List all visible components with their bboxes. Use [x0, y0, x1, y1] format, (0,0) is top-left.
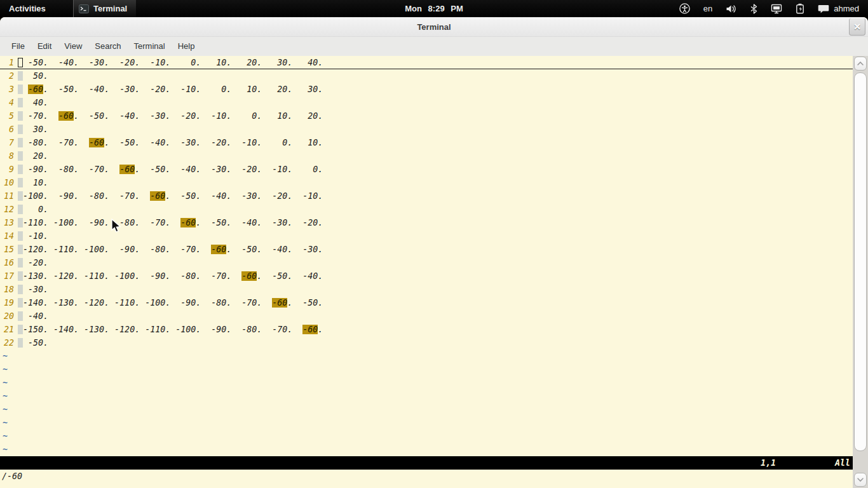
buffer-lines: 1 -50. -40. -30. -20. -10. 0. 10. 20. 30…	[1, 56, 853, 456]
search-match: -60	[272, 298, 287, 308]
buffer-line: 6 30.	[1, 123, 853, 136]
search-match: -60	[150, 191, 165, 201]
cursor-column-cell	[18, 138, 23, 147]
battery-icon[interactable]	[796, 3, 804, 14]
scroll-down-button[interactable]	[854, 473, 867, 487]
buffer-line: 4 40.	[1, 96, 853, 109]
cursor-column-cell	[18, 191, 23, 201]
buffer-line: 19 -140. -130. -120. -110. -100. -90. -8…	[1, 296, 853, 309]
user-menu[interactable]: ahmed	[834, 4, 859, 13]
cursor-column-cell	[18, 165, 23, 174]
search-match: -60	[58, 111, 74, 121]
buffer-line: 11 -100. -90. -80. -70. -60. -50. -40. -…	[1, 189, 853, 203]
statusline-scroll-position: All	[835, 456, 850, 470]
cursor-column-cell	[18, 338, 23, 348]
buffer-line: 9 -90. -80. -70. -60. -50. -40. -30. -20…	[1, 163, 853, 176]
cursor-column-cell	[18, 98, 23, 107]
buffer-line: 21 -150. -140. -130. -120. -110. -100. -…	[1, 323, 853, 336]
buffer-line: 5 -70. -60. -50. -40. -30. -20. -10. 0. …	[1, 109, 853, 123]
cursor-column-cell	[18, 218, 23, 227]
empty-line: ~	[1, 416, 853, 430]
cursor-column-cell	[18, 245, 23, 254]
menu-edit[interactable]: Edit	[31, 37, 58, 56]
search-match: -60	[89, 138, 104, 147]
search-match: -60	[28, 85, 43, 94]
cursor-column-cell	[18, 298, 23, 308]
terminal-viewport[interactable]: 1 -50. -40. -30. -20. -10. 0. 10. 20. 30…	[0, 56, 853, 488]
cursor-column-cell	[18, 285, 23, 294]
search-match: -60	[241, 271, 257, 281]
volume-icon[interactable]	[726, 4, 737, 14]
chat-icon[interactable]	[818, 4, 829, 14]
cursor-column-cell	[18, 271, 23, 281]
menu-search[interactable]: Search	[88, 37, 127, 56]
buffer-line: 14 -10.	[1, 229, 853, 243]
cursor-column-cell	[18, 125, 23, 134]
cursor-column-cell	[18, 111, 23, 121]
buffer-line: 18 -30.	[1, 283, 853, 296]
cursor-column-cell	[18, 178, 23, 187]
search-match: -60	[302, 325, 318, 334]
cursor-column-cell	[18, 71, 23, 81]
cursor-column-cell	[18, 311, 23, 321]
vim-command-line: /-60	[0, 470, 853, 483]
cursor-column-cell	[18, 231, 23, 241]
cursor-column-cell	[18, 151, 23, 161]
buffer-line: 7 -80. -70. -60. -50. -40. -30. -20. -10…	[1, 136, 853, 149]
cursor-column-cell	[18, 205, 23, 214]
keyboard-layout-indicator[interactable]: en	[703, 4, 712, 13]
scroll-up-button[interactable]	[854, 57, 867, 71]
system-tray: en ahmed	[679, 0, 868, 17]
display-icon[interactable]	[771, 4, 782, 14]
vim-cursor	[18, 58, 23, 67]
empty-line: ~	[1, 403, 853, 416]
cursor-column-cell	[18, 85, 23, 94]
buffer-line: 20 -40.	[1, 309, 853, 323]
cursor-column-cell	[18, 258, 23, 268]
close-button[interactable]: ✕	[849, 18, 865, 36]
menu-help[interactable]: Help	[172, 37, 201, 56]
empty-line: ~	[1, 376, 853, 390]
menu-bar: File Edit View Search Terminal Help	[0, 37, 868, 56]
buffer-line: 22 -50.	[1, 336, 853, 349]
cursor-column-cell	[18, 325, 23, 334]
buffer-line: 10 10.	[1, 176, 853, 189]
scrollbar-thumb[interactable]	[854, 72, 867, 451]
search-match: -60	[211, 245, 226, 254]
buffer-line: 8 20.	[1, 149, 853, 163]
screen: Activities Terminal Mon 8:29 PM en	[0, 0, 868, 488]
empty-line: ~	[1, 363, 853, 376]
buffer-line: 15 -120. -110. -100. -90. -80. -70. -60.…	[1, 243, 853, 256]
empty-line: ~	[1, 349, 853, 363]
buffer-line: 1 -50. -40. -30. -20. -10. 0. 10. 20. 30…	[1, 56, 853, 69]
buffer-line: 17 -130. -120. -110. -100. -90. -80. -70…	[1, 269, 853, 283]
scrollbar[interactable]	[853, 56, 868, 488]
menu-terminal[interactable]: Terminal	[128, 37, 172, 56]
top-bar: Activities Terminal Mon 8:29 PM en	[0, 0, 868, 17]
buffer-line: 3 -60. -50. -40. -30. -20. -10. 0. 10. 2…	[1, 83, 853, 96]
empty-line: ~	[1, 443, 853, 456]
buffer-line: 2 50.	[1, 69, 853, 83]
title-bar[interactable]: Terminal ✕	[0, 17, 868, 37]
search-match: -60	[119, 165, 135, 174]
vim-statusline: t.dat 1,1 All	[0, 456, 853, 470]
terminal-window: Terminal ✕ File Edit View Search Termina…	[0, 17, 868, 488]
empty-line: ~	[1, 390, 853, 403]
search-match: -60	[180, 218, 196, 227]
buffer-line: 16 -20.	[1, 256, 853, 269]
empty-line: ~	[1, 430, 853, 443]
menu-file[interactable]: File	[5, 37, 31, 56]
bluetooth-icon[interactable]	[750, 4, 757, 14]
buffer-line: 12 0.	[1, 203, 853, 216]
menu-view[interactable]: View	[58, 37, 88, 56]
statusline-ruler: 1,1	[761, 456, 776, 470]
buffer-line: 13 -110. -100. -90. -80. -70. -60. -50. …	[1, 216, 853, 229]
window-title: Terminal	[0, 17, 868, 37]
accessibility-icon[interactable]	[679, 3, 690, 14]
